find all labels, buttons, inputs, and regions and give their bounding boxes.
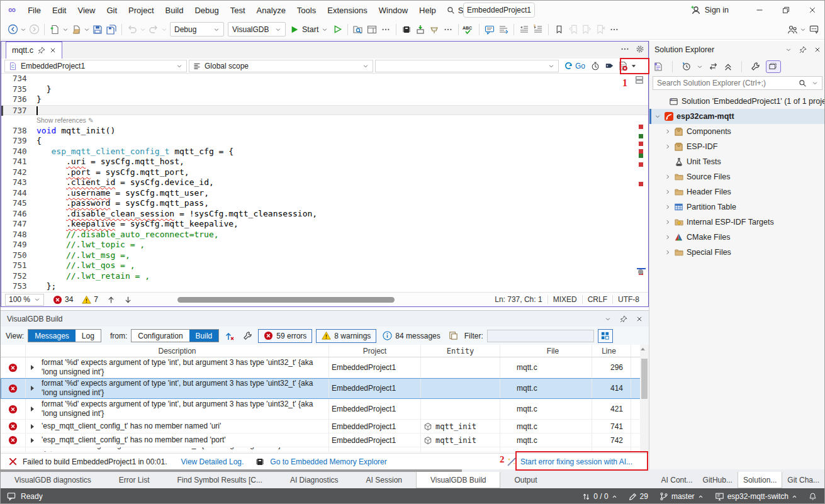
tree-item-project[interactable]: esp32cam-mqtt xyxy=(649,109,825,124)
filter-input[interactable] xyxy=(487,330,594,342)
from-build-button[interactable]: Build xyxy=(189,330,219,342)
new-file-button[interactable] xyxy=(48,23,62,36)
tree-item-internal-esp-idf-targets[interactable]: Internal ESP-IDF Targets xyxy=(649,215,825,230)
tree-item-components[interactable]: Components xyxy=(649,124,825,139)
pin-icon[interactable] xyxy=(799,46,807,53)
chevron-down-icon[interactable] xyxy=(653,113,662,120)
bookmarks-overflow-button[interactable] xyxy=(607,23,621,36)
code-editor[interactable]: 734735 }736}737Show references ✎738void … xyxy=(1,74,648,292)
table-vertical-scrollbar[interactable] xyxy=(640,345,649,453)
code-line[interactable]: 739{ xyxy=(1,136,648,147)
scrollbar-thumb[interactable] xyxy=(641,359,648,399)
memory-explorer-link[interactable]: Go to Embedded Memory Explorer xyxy=(270,457,386,466)
code-line[interactable]: 742 .port = sysCfg.mqtt_port, xyxy=(1,167,648,178)
error-row[interactable]: initialization of 'long unsigned int *' … xyxy=(1,447,649,452)
feedback-status-icon[interactable] xyxy=(7,492,16,501)
solution-explorer-search-input[interactable]: Search Solution Explorer (Ctrl+;) xyxy=(653,76,822,90)
menu-tools[interactable]: Tools xyxy=(291,3,322,18)
tree-item-unit-tests[interactable]: Unit Tests xyxy=(649,154,825,169)
code-line[interactable]: 736} xyxy=(1,94,648,105)
zoom-level-dropdown[interactable]: 100 % xyxy=(5,294,44,306)
error-file-actions-button[interactable] xyxy=(616,60,630,72)
panel-menu-icon[interactable] xyxy=(785,47,792,53)
chevron-right-icon[interactable] xyxy=(663,128,672,135)
horizontal-scrollbar-thumb[interactable] xyxy=(177,297,395,303)
close-tab-icon[interactable] xyxy=(50,47,56,53)
pending-changes-filter-icon[interactable] xyxy=(682,62,691,71)
scope-dropdown[interactable]: Global scope xyxy=(189,60,373,72)
editor-settings-gear-icon[interactable] xyxy=(636,45,644,53)
bottom-tab-visualgdb-diagnostics[interactable]: VisualGDB diagnostics xyxy=(1,472,105,488)
code-line[interactable]: 737 xyxy=(1,105,648,116)
error-row[interactable]: 'esp_mqtt_client_config_t' has no member… xyxy=(1,434,649,447)
project-dropdown[interactable]: CEmbeddedProject1 xyxy=(4,60,187,72)
indent-mode[interactable]: MIXED xyxy=(547,295,582,304)
notifications-bell[interactable] xyxy=(805,492,821,501)
next-bookmark-button[interactable] xyxy=(580,23,593,36)
code-line[interactable]: 749 //.lwt_topic = , xyxy=(1,240,648,250)
tree-item-esp-idf[interactable]: ESP-IDF xyxy=(649,139,825,154)
navigate-back-button[interactable] xyxy=(6,23,20,36)
from-configuration-button[interactable]: Configuration xyxy=(132,330,189,342)
chevron-right-icon[interactable] xyxy=(663,204,672,210)
toggle-bookmark-button[interactable] xyxy=(552,23,566,36)
properties-icon[interactable] xyxy=(751,62,760,71)
program-flash-button[interactable] xyxy=(413,23,427,36)
restore-button[interactable] xyxy=(773,1,799,20)
run-without-debug-button[interactable] xyxy=(330,23,344,36)
bottom-tab-find-symbol-results-c-[interactable]: Find Symbol Results [C... xyxy=(164,472,276,488)
chevron-right-icon[interactable] xyxy=(663,249,672,255)
open-file-dropdown[interactable] xyxy=(83,23,91,36)
tree-item-source-files[interactable]: Source Files xyxy=(649,169,825,184)
undo-dropdown[interactable] xyxy=(139,23,147,36)
vertical-scrollbar-thumb[interactable] xyxy=(638,269,643,274)
save-button[interactable] xyxy=(91,23,104,36)
pin-icon[interactable] xyxy=(38,47,45,54)
open-file-button[interactable] xyxy=(69,23,83,36)
navigate-back-dropdown[interactable] xyxy=(20,23,27,36)
error-row[interactable]: format '%d' expects argument of type 'in… xyxy=(1,357,649,378)
window-layout-button[interactable] xyxy=(365,23,379,36)
column-header-line[interactable]: Line xyxy=(592,345,631,357)
navigate-forward-button[interactable] xyxy=(27,23,41,36)
code-line[interactable]: 738void mqtt_init() xyxy=(1,126,648,137)
warnings-filter-button[interactable]: 8 warnings xyxy=(316,329,376,343)
chevron-right-icon[interactable] xyxy=(663,174,672,180)
close-window-button[interactable] xyxy=(799,1,825,20)
debug-profile-dropdown[interactable]: VisualGDB xyxy=(228,22,286,36)
chevron-down-icon[interactable] xyxy=(812,80,818,86)
live-share-dropdown[interactable] xyxy=(799,23,807,36)
increase-indent-button[interactable]: 9 xyxy=(531,23,545,36)
undo-button[interactable] xyxy=(125,23,139,36)
close-panel-icon[interactable] xyxy=(814,47,821,53)
column-header-description[interactable]: Description xyxy=(26,345,329,357)
git-branch-picker[interactable]: master xyxy=(656,492,707,501)
code-line[interactable]: 746 .disable_clean_session = !sysCfg.mqt… xyxy=(1,209,648,220)
menu-view[interactable]: View xyxy=(72,3,101,18)
bottom-tab-visualgdb-build[interactable]: VisualGDB Build xyxy=(416,472,501,488)
code-line[interactable]: 740 esp_mqtt_client_config_t mqtt_cfg = … xyxy=(1,147,648,157)
tab-overflow-icon[interactable] xyxy=(620,45,629,53)
new-file-dropdown[interactable] xyxy=(62,23,69,36)
bottom-tab-error-list[interactable]: Error List xyxy=(105,472,164,488)
error-file-actions-dropdown[interactable] xyxy=(630,59,637,73)
git-repo-picker[interactable]: esp32-mqtt-switch xyxy=(711,492,801,501)
sync-with-active-document-icon[interactable] xyxy=(709,62,718,70)
member-dropdown[interactable] xyxy=(375,60,559,72)
scroll-up-arrow-icon[interactable] xyxy=(640,347,649,351)
column-header-entity[interactable]: Entity xyxy=(421,345,500,357)
visualgdb-overflow-button[interactable] xyxy=(441,23,455,36)
prev-bookmark-button[interactable] xyxy=(566,23,580,36)
code-line[interactable]: 741 .uri = sysCfg.mqtt_host, xyxy=(1,157,648,167)
tree-item-partition-table[interactable]: Partition Table xyxy=(649,199,825,215)
clear-bookmarks-button[interactable] xyxy=(593,23,607,36)
bottom-tab-output[interactable]: Output xyxy=(500,472,551,488)
panel-menu-icon[interactable] xyxy=(605,316,611,322)
solution-configuration-dropdown[interactable]: Debug xyxy=(170,22,224,36)
redo-button[interactable] xyxy=(147,23,160,36)
minimize-button[interactable] xyxy=(746,1,773,20)
save-all-button[interactable] xyxy=(104,23,118,36)
filter-dropdown-icon[interactable] xyxy=(697,64,703,70)
start-debug-button[interactable]: Start xyxy=(288,25,330,34)
menu-build[interactable]: Build xyxy=(160,3,189,18)
